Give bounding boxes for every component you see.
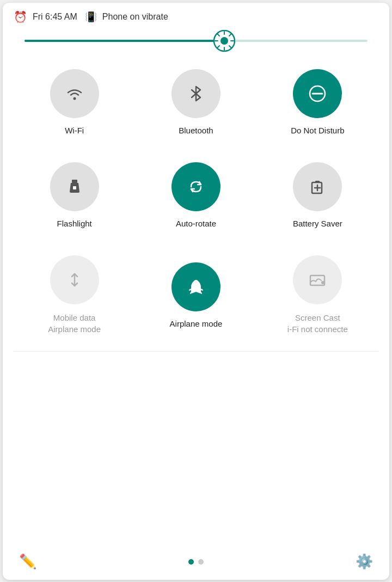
wifi-tile[interactable]: Wi-Fi — [26, 69, 124, 135]
brightness-fill — [24, 40, 223, 42]
mobiledata-icon-circle[interactable] — [50, 255, 99, 304]
quick-settings-panel: ⏰ Fri 6:45 AM 📳 Phone on vibrate — [3, 3, 389, 580]
svg-point-22 — [321, 281, 324, 284]
donotdisturb-label: Do Not Disturb — [291, 126, 344, 135]
wifi-icon-circle[interactable] — [50, 69, 99, 118]
grid-row-1: Wi-Fi Bluetooth Do Not Disturb — [14, 58, 378, 151]
donotdisturb-icon — [307, 83, 328, 104]
svg-rect-16 — [315, 181, 320, 183]
flashlight-tile[interactable]: Flashlight — [26, 162, 124, 228]
donotdisturb-tile[interactable]: Do Not Disturb — [268, 69, 366, 135]
bluetooth-label: Bluetooth — [179, 126, 213, 135]
bluetooth-icon-circle[interactable] — [171, 69, 220, 118]
dot-2 — [198, 559, 204, 565]
batterysaver-icon-circle[interactable] — [293, 162, 342, 211]
autorotate-icon-circle[interactable] — [171, 162, 220, 211]
edit-icon[interactable]: ✏️ — [19, 553, 36, 570]
batterysaver-label: Battery Saver — [293, 219, 342, 228]
divider — [14, 351, 378, 352]
svg-rect-14 — [73, 186, 76, 189]
svg-rect-13 — [72, 180, 77, 183]
screencast-tile[interactable]: Screen Casti-Fi not connecte — [268, 255, 366, 335]
donotdisturb-icon-circle[interactable] — [293, 69, 342, 118]
brightness-thumb-icon — [213, 30, 235, 52]
wifi-icon — [64, 83, 85, 104]
dot-1 — [188, 559, 194, 565]
brightness-slider-container[interactable] — [3, 29, 389, 58]
screencast-label: Screen Casti-Fi not connecte — [287, 312, 348, 335]
airplanemode-icon-circle[interactable] — [171, 262, 220, 311]
autorotate-icon — [186, 176, 206, 197]
wifi-label: Wi-Fi — [65, 126, 84, 135]
batterysaver-tile[interactable]: Battery Saver — [268, 162, 366, 228]
settings-icon[interactable]: ⚙️ — [356, 553, 373, 570]
mobiledata-tile[interactable]: Mobile dataAirplane mode — [26, 255, 124, 335]
vibrate-icon: 📳 — [85, 11, 97, 23]
bottom-bar: ✏️ ⚙️ — [3, 543, 389, 580]
flashlight-label: Flashlight — [57, 219, 92, 228]
bluetooth-icon — [186, 83, 206, 104]
mobiledata-label: Mobile dataAirplane mode — [48, 312, 101, 335]
page-dots — [188, 559, 204, 565]
flashlight-icon-circle[interactable] — [50, 162, 99, 211]
flashlight-icon — [64, 176, 85, 197]
svg-point-1 — [220, 37, 228, 45]
screencast-icon — [307, 269, 328, 290]
grid-row-3: Mobile dataAirplane mode Airplane mode — [14, 244, 378, 351]
mobiledata-icon — [64, 269, 85, 290]
brightness-track[interactable] — [24, 40, 367, 42]
status-bar: ⏰ Fri 6:45 AM 📳 Phone on vibrate — [3, 3, 389, 29]
alarm-icon: ⏰ — [14, 10, 27, 23]
airplanemode-tile[interactable]: Airplane mode — [147, 262, 245, 328]
autorotate-tile[interactable]: Auto-rotate — [147, 162, 245, 228]
grid-row-2: Flashlight Auto-rotate — [14, 151, 378, 244]
airplanemode-icon — [186, 277, 206, 297]
airplanemode-label: Airplane mode — [170, 319, 223, 328]
autorotate-label: Auto-rotate — [176, 219, 216, 228]
bluetooth-tile[interactable]: Bluetooth — [147, 69, 245, 135]
batterysaver-icon — [307, 176, 328, 197]
quick-tiles-section: Wi-Fi Bluetooth Do Not Disturb — [3, 58, 389, 351]
screencast-icon-circle[interactable] — [293, 255, 342, 304]
vibrate-text: Phone on vibrate — [102, 12, 168, 22]
svg-point-10 — [73, 97, 76, 100]
status-time: Fri 6:45 AM — [33, 12, 77, 22]
